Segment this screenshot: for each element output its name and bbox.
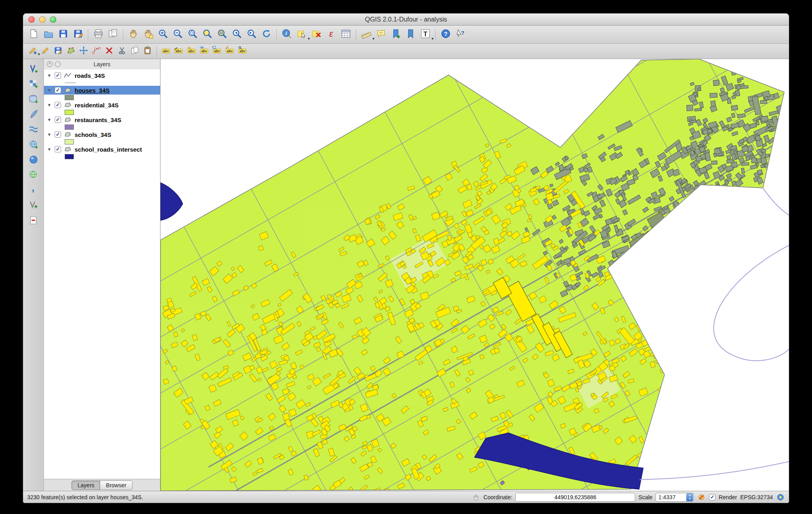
layer-visibility-checkbox[interactable]: ✓ <box>55 72 61 79</box>
layer-name[interactable]: school_roads_intersect <box>75 146 142 153</box>
render-checkbox[interactable]: ✓ <box>709 494 715 500</box>
map-tips-button[interactable] <box>374 28 388 42</box>
zoom-full-button[interactable] <box>185 28 200 42</box>
current-edits-button[interactable]: ▾ <box>26 45 39 57</box>
cut-features-button[interactable] <box>116 45 128 57</box>
save-project-as-button[interactable] <box>71 28 85 42</box>
tab-layers[interactable]: Layers <box>71 480 100 490</box>
toggle-editing-button[interactable] <box>39 45 51 57</box>
label-properties-button[interactable]: abc <box>236 45 249 57</box>
delete-selected-button[interactable] <box>103 45 115 57</box>
copy-features-button[interactable] <box>129 45 141 57</box>
coordinate-input[interactable] <box>515 493 635 502</box>
zoom-to-selection-button[interactable] <box>200 28 214 42</box>
label-move-button[interactable]: abc <box>198 45 210 57</box>
zoom-out-button[interactable] <box>170 28 185 42</box>
select-features-icon <box>296 28 307 41</box>
show-bookmarks-button[interactable] <box>403 28 418 42</box>
panel-close-icon[interactable]: × <box>47 61 53 67</box>
log-messages-icon[interactable] <box>776 493 785 502</box>
layer-row-restaurants_34S[interactable]: ▼✓restaurants_34S <box>44 115 160 124</box>
new-shapefile-layer-button[interactable] <box>26 199 41 213</box>
save-project-button[interactable] <box>56 28 70 42</box>
layer-row-school_roads_intersect[interactable]: ▼✓school_roads_intersect <box>44 145 160 154</box>
add-spatialite-layer-button[interactable] <box>26 108 41 122</box>
panel-detach-icon[interactable]: ◦ <box>55 61 61 67</box>
add-delimited-text-layer-button[interactable]: , <box>26 184 41 198</box>
move-feature-button[interactable] <box>77 45 90 57</box>
map-svg[interactable] <box>160 59 789 491</box>
layer-visibility-checkbox[interactable]: ✓ <box>55 102 61 108</box>
label-change-button[interactable]: abc <box>224 45 236 57</box>
open-project-button[interactable] <box>41 28 55 42</box>
add-wms-layer-button[interactable] <box>26 138 41 152</box>
select-features-button[interactable]: ▾ <box>294 28 309 42</box>
deselect-features-button[interactable] <box>309 28 323 42</box>
scale-combo[interactable]: 1:4337 ▲▼ <box>656 493 694 502</box>
save-layer-edits-button[interactable] <box>52 45 64 57</box>
layer-name[interactable]: schools_34S <box>75 131 111 138</box>
labeling-button[interactable]: abc <box>160 45 172 57</box>
layer-visibility-checkbox[interactable]: ✓ <box>55 87 61 93</box>
add-postgis-layer-button[interactable] <box>26 93 41 107</box>
minimize-window-button[interactable] <box>39 16 46 23</box>
new-project-button[interactable] <box>26 28 41 42</box>
node-tool-button[interactable] <box>90 45 103 57</box>
add-raster-layer-button[interactable] <box>26 77 41 91</box>
layer-row-schools_34S[interactable]: ▼✓schools_34S <box>44 130 160 139</box>
layer-visibility-checkbox[interactable]: ✓ <box>55 117 61 123</box>
expand-arrow-icon[interactable]: ▼ <box>47 117 52 122</box>
title-bar[interactable]: QGIS 2.0.1-Dufour - analysis <box>23 14 789 26</box>
help-button[interactable]: ? <box>438 28 453 42</box>
zoom-to-layer-button[interactable] <box>215 28 229 42</box>
composer-manager-button[interactable] <box>106 28 120 42</box>
add-feature-button[interactable] <box>65 45 77 57</box>
select-by-expression-button[interactable]: ε <box>324 28 338 42</box>
tab-browser[interactable]: Browser <box>100 480 132 490</box>
layer-row-houses_34S[interactable]: ▼✓houses_34S <box>44 86 160 95</box>
new-print-composer-button[interactable] <box>91 28 105 42</box>
scale-stepper-icon[interactable]: ▲▼ <box>686 493 693 501</box>
label-rotate-button[interactable]: abc <box>211 45 223 57</box>
zoom-last-button[interactable] <box>230 28 244 42</box>
pan-to-selection-button[interactable] <box>141 28 155 42</box>
add-vector-layer-button[interactable] <box>26 62 41 76</box>
layer-row-residential_34S[interactable]: ▼✓residential_34S <box>44 101 160 109</box>
dropdown-arrow-icon[interactable]: ▾ <box>432 36 434 41</box>
zoom-next-button[interactable] <box>244 28 259 42</box>
layer-name[interactable]: roads_34S <box>75 72 105 79</box>
open-attribute-table-button[interactable] <box>339 28 353 42</box>
add-wcs-layer-button[interactable] <box>26 153 41 167</box>
label-highlight-button[interactable]: abc <box>185 45 198 57</box>
expand-arrow-icon[interactable]: ▼ <box>47 147 52 152</box>
map-canvas[interactable] <box>160 59 789 491</box>
layer-row-roads_34S[interactable]: ▼✓roads_34S <box>44 71 160 80</box>
paste-features-button[interactable] <box>141 45 154 57</box>
text-annotation-button[interactable]: T▾ <box>418 28 432 42</box>
epsg-status[interactable]: EPSG:32734 <box>740 494 773 500</box>
mouse-position-icon[interactable] <box>471 493 480 502</box>
layer-visibility-checkbox[interactable]: ✓ <box>55 131 61 138</box>
whats-this-button[interactable]: ? <box>453 28 467 42</box>
measure-button[interactable]: ▾ <box>359 28 373 42</box>
refresh-map-button[interactable] <box>259 28 273 42</box>
zoom-window-button[interactable] <box>50 16 56 23</box>
layer-name[interactable]: restaurants_34S <box>75 117 121 123</box>
label-pin-button[interactable]: abc <box>172 45 185 57</box>
expand-arrow-icon[interactable]: ▼ <box>47 132 52 137</box>
layer-name[interactable]: residential_34S <box>75 102 119 109</box>
pan-map-button[interactable] <box>126 28 141 42</box>
new-bookmark-button[interactable] <box>388 28 403 42</box>
expand-arrow-icon[interactable]: ▼ <box>47 103 52 107</box>
add-wfs-layer-button[interactable] <box>26 168 41 182</box>
zoom-in-button[interactable] <box>156 28 170 42</box>
close-window-button[interactable] <box>28 16 35 23</box>
identify-features-button[interactable]: i <box>279 28 294 42</box>
layer-visibility-checkbox[interactable]: ✓ <box>55 146 61 152</box>
remove-layer-button[interactable] <box>26 214 41 228</box>
add-mssql-layer-button[interactable] <box>26 123 41 137</box>
stop-render-icon[interactable] <box>697 493 706 502</box>
expand-arrow-icon[interactable]: ▼ <box>47 88 52 93</box>
layer-name[interactable]: houses_34S <box>75 87 110 94</box>
expand-arrow-icon[interactable]: ▼ <box>47 73 52 78</box>
